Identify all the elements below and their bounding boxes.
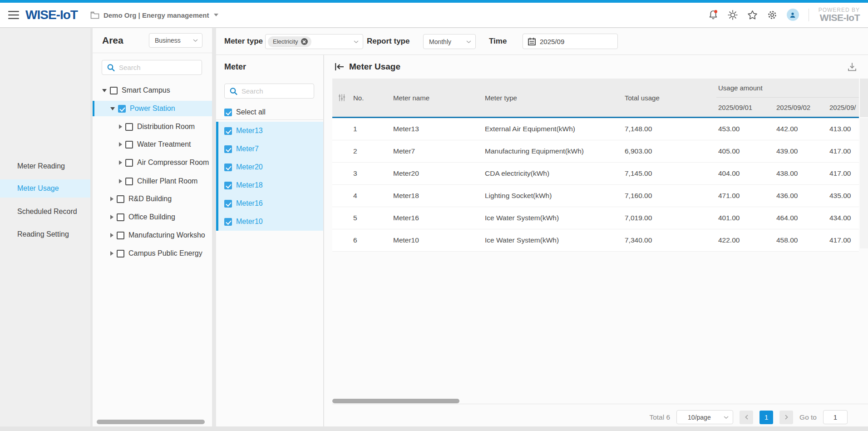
cell-total-usage: 7,148.00	[623, 118, 716, 140]
page-title: Meter Usage	[349, 62, 400, 72]
column-header-meter-name: Meter name	[391, 79, 483, 117]
tree-item-office-building[interactable]: Office Building	[93, 209, 212, 225]
tree-item-air-compressor-room[interactable]: Air Compressor Room	[93, 155, 212, 170]
previous-page-button[interactable]	[740, 411, 753, 424]
tree-checkbox[interactable]	[110, 87, 118, 94]
tree-checkbox[interactable]	[125, 141, 133, 149]
horizontal-scrollbar-thumb[interactable]	[97, 420, 205, 424]
filter-bar: Meter type Electricity Report type Month…	[216, 28, 868, 55]
page-size-select[interactable]: 10/page	[676, 410, 733, 424]
hamburger-menu-button[interactable]	[8, 11, 19, 19]
meter-item-meter20[interactable]: Meter20	[218, 158, 323, 176]
meter-item-meter7[interactable]: Meter7	[218, 140, 323, 158]
tree-checkbox[interactable]	[117, 213, 124, 221]
cell-usage-d1: 453.00	[716, 118, 774, 140]
chevron-down-icon	[214, 14, 218, 16]
tree-checkbox[interactable]	[117, 232, 124, 239]
report-type-select[interactable]: Monthly	[423, 34, 476, 49]
sun-icon	[728, 10, 738, 20]
meter-item-meter18[interactable]: Meter18	[218, 176, 323, 194]
meter-checkbox[interactable]	[224, 145, 232, 153]
column-settings-button[interactable]	[332, 79, 351, 117]
tree-expand-icon[interactable]	[102, 89, 107, 92]
portal-button[interactable]	[728, 10, 738, 20]
tree-expand-icon[interactable]	[119, 179, 122, 183]
meter-item-meter16[interactable]: Meter16	[218, 194, 323, 213]
meter-checkbox[interactable]	[224, 163, 232, 171]
report-type-label: Report type	[367, 28, 409, 54]
sidebar-item-meter-reading[interactable]: Meter Reading	[0, 157, 90, 175]
favorites-button[interactable]	[747, 10, 758, 20]
sidebar-item-scheduled-record[interactable]: Scheduled Record	[0, 203, 90, 221]
app-window: WISE-IoT Demo Org | Energy management	[0, 0, 868, 431]
column-header-date-1: 2025/09/01	[716, 98, 774, 117]
table-row: 4 Meter18 Lighting Socket(kWh) 7,160.00 …	[332, 185, 859, 207]
tree-checkbox[interactable]	[117, 195, 124, 203]
tree-expand-icon[interactable]	[110, 251, 113, 256]
download-button[interactable]	[847, 62, 857, 72]
tree-checkbox[interactable]	[125, 159, 133, 167]
meter-type-select[interactable]: Electricity	[265, 34, 363, 49]
tree-item-distribution-room[interactable]: Distribution Room	[93, 119, 212, 134]
table-scrollbar-gutter	[860, 118, 868, 248]
pagination: Total 6 10/page 1 Go to	[649, 410, 848, 424]
pagination-total: Total 6	[649, 413, 670, 421]
chevron-down-icon	[724, 416, 729, 419]
tree-item-power-station[interactable]: Power Station	[93, 101, 212, 116]
meter-checkbox[interactable]	[224, 218, 232, 226]
notifications-button[interactable]	[708, 10, 718, 20]
tree-checkbox[interactable]	[125, 123, 133, 131]
tree-expand-icon[interactable]	[119, 124, 122, 129]
gear-icon	[767, 10, 777, 20]
cell-total-usage: 6,903.00	[623, 140, 716, 162]
cell-usage-d3: 417.00	[828, 163, 859, 184]
cell-total-usage: 7,019.00	[623, 207, 716, 229]
time-input[interactable]: 2025/09	[523, 34, 618, 49]
next-page-button[interactable]	[779, 411, 793, 424]
page-number-1[interactable]: 1	[760, 411, 773, 424]
tree-item-rd-building[interactable]: R&D Building	[93, 191, 212, 207]
table-row: 1 Meter13 External Air Equipment(kWh) 7,…	[332, 118, 859, 140]
tree-expand-icon[interactable]	[119, 142, 122, 147]
tree-checkbox[interactable]	[117, 250, 124, 258]
powered-by-brand: WISE-IoT	[819, 13, 860, 23]
meter-item-meter13[interactable]: Meter13	[218, 122, 323, 140]
goto-page-input[interactable]	[823, 410, 848, 424]
cell-usage-d2: 442.00	[774, 118, 828, 140]
area-title: Area	[102, 35, 123, 46]
tree-item-smart-campus[interactable]: Smart Campus	[93, 83, 212, 98]
search-icon	[230, 87, 237, 95]
tree-item-campus-public-energy[interactable]: Campus Public Energy	[93, 246, 212, 261]
horizontal-scrollbar-thumb[interactable]	[332, 399, 459, 403]
tree-item-manufacturing-workshop[interactable]: Manufacturing Worksho	[93, 228, 212, 243]
meter-checkbox[interactable]	[224, 182, 232, 189]
tree-checkbox[interactable]	[125, 178, 133, 185]
collapse-panel-button[interactable]	[335, 63, 345, 71]
chevron-left-icon	[745, 415, 748, 420]
tree-item-water-treatment[interactable]: Water Treatment	[93, 137, 212, 152]
tree-expand-icon[interactable]	[119, 160, 122, 165]
org-breadcrumb[interactable]: Demo Org | Energy management	[90, 11, 219, 19]
sidebar-item-meter-usage[interactable]: Meter Usage	[0, 179, 90, 198]
tree-expand-icon[interactable]	[110, 107, 115, 110]
cell-meter-name: Meter13	[391, 118, 483, 140]
sidebar-item-reading-setting[interactable]: Reading Setting	[0, 225, 90, 243]
area-search-input[interactable]	[102, 60, 202, 75]
settings-button[interactable]	[767, 10, 777, 20]
area-scope-select[interactable]: Business	[149, 33, 202, 48]
area-panel-header: Area Business	[93, 28, 212, 53]
tree-expand-icon[interactable]	[110, 233, 113, 238]
remove-tag-icon[interactable]	[301, 38, 308, 45]
meter-checkbox[interactable]	[224, 200, 232, 208]
tree-item-chiller-plant-room[interactable]: Chiller Plant Room	[93, 173, 212, 189]
select-all-meters[interactable]: Select all	[224, 106, 266, 119]
tree-expand-icon[interactable]	[110, 197, 113, 201]
meter-checkbox[interactable]	[224, 127, 232, 135]
meter-search-input[interactable]	[224, 84, 314, 99]
select-all-checkbox[interactable]	[224, 109, 232, 116]
org-breadcrumb-label: Demo Org | Energy management	[104, 11, 209, 19]
tree-checkbox[interactable]	[118, 105, 126, 113]
tree-expand-icon[interactable]	[110, 215, 113, 219]
meter-item-meter10[interactable]: Meter10	[218, 213, 323, 231]
user-avatar[interactable]	[787, 9, 799, 21]
